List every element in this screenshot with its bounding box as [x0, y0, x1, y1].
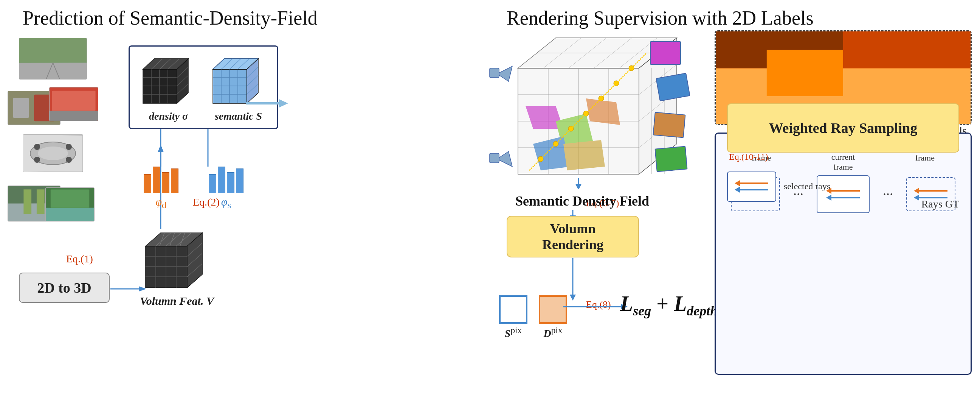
svg-marker-128 — [497, 66, 512, 81]
dpix-item: Dpix — [539, 295, 567, 340]
volumn-feat-cube — [142, 227, 212, 292]
box-2d-3d: 2D to 3D — [19, 273, 110, 303]
svg-point-13 — [34, 144, 40, 150]
rays-gt-title: Rays GT — [921, 198, 959, 210]
svg-rect-5 — [13, 98, 29, 118]
right-section: Rendering Supervision with 2D Labels — [476, 0, 980, 393]
svg-point-14 — [66, 144, 72, 150]
phi-bar-b1 — [209, 174, 216, 193]
phi-d-bars — [144, 166, 178, 193]
density-cube-svg — [141, 54, 196, 107]
svg-rect-134 — [656, 73, 690, 101]
svg-rect-28 — [146, 246, 187, 288]
density-semantic-container: density σ — [129, 45, 278, 129]
dpix-box — [539, 295, 567, 324]
svg-rect-22 — [46, 208, 94, 221]
svg-rect-160 — [843, 32, 970, 69]
spix-dpix-row: Spix Dpix — [499, 295, 567, 340]
phi-bar-b2 — [218, 166, 225, 193]
svg-rect-1 — [19, 63, 87, 79]
current-frame-label: currentframe — [831, 152, 855, 172]
phi-bar-b3 — [227, 172, 234, 193]
eq2-label: Eq.(2) — [193, 196, 220, 208]
spix-label: Spix — [505, 325, 522, 340]
eq1011-label: Eq.(10-11) — [729, 152, 768, 162]
phi-bar-b4 — [236, 168, 243, 193]
left-section: Prediction of Semantic-Density-Field — [0, 0, 476, 393]
svg-point-15 — [34, 157, 40, 163]
svg-rect-0 — [19, 38, 87, 63]
svg-marker-142 — [570, 295, 576, 300]
orange-arrow-sel — [735, 181, 768, 185]
phi-d-label: φd — [155, 195, 166, 211]
volumn-rendering-box: VolumnRendering — [507, 216, 639, 257]
selected-rays-row: selected rays — [727, 171, 959, 202]
svg-rect-55 — [143, 69, 177, 103]
orange-arrowhead-sel — [735, 180, 740, 186]
phi-bar-o4 — [171, 168, 178, 193]
density-cube-item: density σ — [141, 54, 196, 122]
svg-rect-9 — [49, 111, 98, 121]
svg-marker-119 — [563, 140, 605, 170]
spix-box — [499, 295, 527, 324]
density-label: density σ — [149, 110, 188, 122]
wrs-label: Weighted Ray Sampling — [769, 120, 918, 136]
arrow-ds-to-scene — [246, 94, 291, 113]
sdf-label: Semantic Density Field — [507, 193, 658, 209]
blue-arrowhead-sel — [735, 187, 740, 193]
phi-d-col: φd — [144, 166, 178, 211]
blue-arrowline-sel — [740, 189, 768, 190]
svg-point-12 — [38, 147, 68, 160]
svg-rect-23 — [51, 189, 89, 208]
loss-formula: Lseg + Ldepth — [620, 292, 718, 319]
selected-rays-label: selected rays — [784, 181, 830, 192]
orange-arrowline-sel — [740, 182, 768, 184]
rays-gt-box: adjacentframe Eq.(9) ↓ currentframe adja… — [714, 133, 972, 375]
blue-arrow-sel — [735, 187, 768, 192]
svg-point-16 — [66, 157, 72, 163]
phi-bar-o1 — [144, 174, 151, 193]
dpix-label: Dpix — [543, 325, 562, 340]
scene-3d-svg — [488, 30, 707, 189]
eq1-label: Eq.(1) — [66, 253, 93, 265]
svg-marker-138 — [576, 184, 582, 189]
phi-bar-o2 — [153, 166, 160, 193]
volumn-rendering-label: VolumnRendering — [542, 221, 603, 252]
phi-s-label: φs — [221, 195, 231, 211]
main-container: Prediction of Semantic-Density-Field — [0, 0, 980, 393]
right-title: Rendering Supervision with 2D Labels — [507, 7, 814, 29]
volumn-feat-label: Volumn Feat. V — [140, 295, 214, 307]
volumn-feat-container: Volumn Feat. V — [140, 227, 214, 307]
cam-img-car — [23, 134, 83, 172]
phi-s-bars — [209, 166, 243, 193]
cam-img-top — [19, 38, 87, 80]
svg-rect-131 — [490, 153, 499, 163]
svg-marker-117 — [586, 98, 620, 125]
svg-rect-20 — [37, 189, 45, 214]
svg-marker-92 — [279, 99, 288, 107]
camera-images — [8, 38, 98, 273]
svg-rect-73 — [213, 69, 247, 103]
phi-bar-o3 — [162, 172, 169, 193]
arrow-vr-to-pix — [569, 258, 577, 302]
left-title: Prediction of Semantic-Density-Field — [23, 7, 318, 29]
svg-rect-162 — [767, 50, 843, 96]
svg-rect-8 — [52, 91, 95, 111]
wrs-box: Weighted Ray Sampling — [727, 103, 959, 153]
scene-3d — [488, 30, 707, 189]
svg-rect-132 — [650, 42, 681, 64]
selected-rays-box — [727, 171, 776, 202]
cam-img-mid-right — [49, 87, 98, 121]
svg-marker-130 — [497, 152, 512, 166]
svg-rect-19 — [24, 189, 31, 214]
cam-img-bot-right — [45, 187, 94, 222]
svg-rect-135 — [653, 112, 686, 138]
spix-item: Spix — [499, 295, 527, 340]
svg-rect-136 — [655, 147, 687, 172]
svg-rect-129 — [490, 68, 499, 78]
